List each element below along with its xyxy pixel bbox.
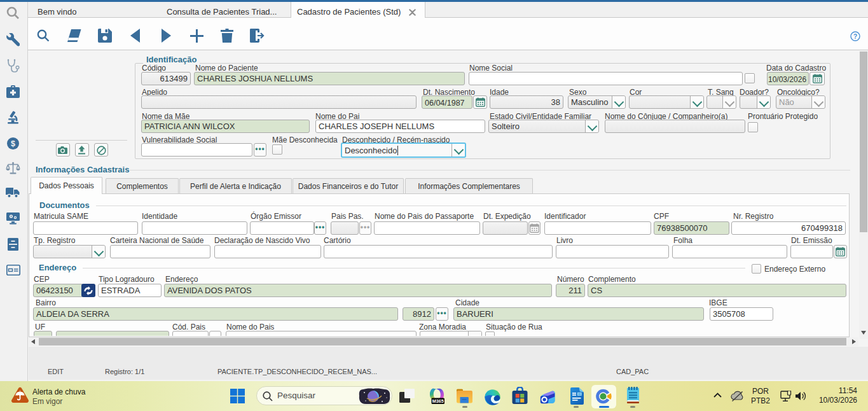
svg-text:M365: M365	[432, 398, 444, 404]
svg-text:?: ?	[853, 33, 857, 40]
svg-text:$: $	[11, 139, 15, 148]
